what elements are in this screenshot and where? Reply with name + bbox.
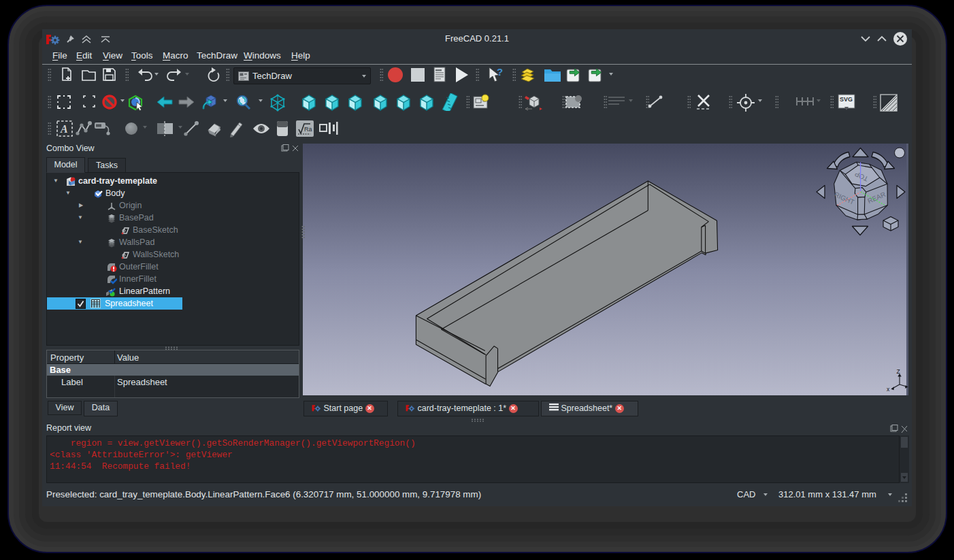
svg-text:SVG: SVG <box>840 96 853 103</box>
svg-text:Ra: Ra <box>304 126 312 133</box>
svg-text:Z: Z <box>897 368 900 375</box>
svg-text:A: A <box>60 123 68 135</box>
svg-text:?: ? <box>497 66 503 78</box>
